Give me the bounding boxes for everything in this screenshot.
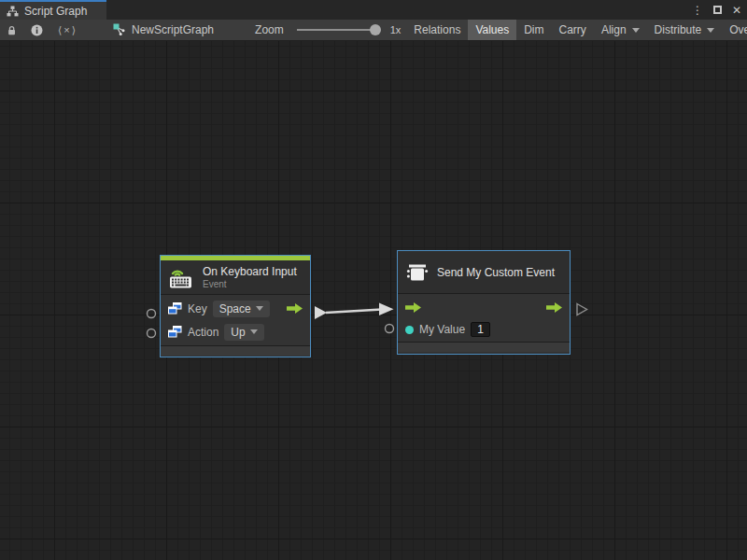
dropdown-caret-icon bbox=[250, 329, 258, 334]
object-reference-icon bbox=[168, 302, 182, 315]
port-label: Action bbox=[188, 326, 218, 339]
port-label: Key bbox=[188, 302, 207, 315]
port-action-input[interactable] bbox=[148, 329, 156, 338]
my-value-input-field[interactable]: 1 bbox=[471, 322, 490, 337]
port-label: My Value bbox=[419, 323, 465, 336]
toolbar-button-dim[interactable]: Dim bbox=[516, 20, 551, 40]
control-connection[interactable] bbox=[315, 303, 394, 320]
toolbar-button-distribute[interactable]: Distribute bbox=[647, 20, 723, 40]
zoom-value: 1x bbox=[390, 20, 405, 40]
object-reference-icon bbox=[168, 326, 182, 338]
port-my-value-input[interactable] bbox=[386, 325, 394, 333]
tab-script-graph[interactable]: Script Graph bbox=[0, 0, 106, 20]
teal-value-port-icon[interactable] bbox=[405, 326, 414, 334]
script-graph-asset-icon bbox=[113, 23, 126, 36]
lock-button[interactable] bbox=[0, 20, 23, 40]
zoom-label: Zoom bbox=[247, 20, 286, 40]
custom-event-icon bbox=[406, 262, 429, 283]
toolbar-button-values[interactable]: Values bbox=[468, 20, 516, 40]
graph-hierarchy-icon bbox=[7, 6, 19, 17]
toolbar-button-carry[interactable]: Carry bbox=[552, 20, 594, 40]
port-trigger-output-connected[interactable] bbox=[315, 306, 327, 319]
control-input-arrow-icon[interactable] bbox=[405, 302, 421, 313]
tab-bar: Script Graph ⋮ ✕ bbox=[0, 0, 747, 20]
dropdown-caret-icon bbox=[632, 28, 640, 33]
lock-icon bbox=[7, 24, 16, 36]
maximize-icon bbox=[713, 6, 722, 14]
control-output-arrow-icon[interactable] bbox=[287, 303, 303, 314]
node-title: On Keyboard Input bbox=[203, 265, 297, 278]
node-on-keyboard-input[interactable]: On Keyboard Input Event Key Space bbox=[160, 255, 311, 357]
connection-wire[interactable] bbox=[326, 310, 382, 314]
node-subtitle: Event bbox=[203, 279, 297, 289]
port-row-action: Action Up bbox=[161, 320, 310, 343]
toolbar-button-overview[interactable]: Overview bbox=[722, 20, 747, 40]
port-exit-output[interactable] bbox=[577, 304, 587, 315]
control-output-arrow-icon[interactable] bbox=[546, 302, 562, 313]
node-footer bbox=[161, 345, 310, 356]
dropdown-caret-icon bbox=[707, 28, 714, 33]
keyboard-icon bbox=[169, 267, 194, 288]
info-button[interactable] bbox=[23, 20, 50, 40]
control-flow-row bbox=[398, 296, 570, 318]
action-dropdown[interactable]: Up bbox=[224, 324, 263, 341]
window-maximize-button[interactable] bbox=[711, 4, 724, 17]
graph-asset-name: NewScriptGraph bbox=[132, 23, 214, 36]
node-title: Send My Custom Event bbox=[437, 266, 555, 279]
window-close-button[interactable]: ✕ bbox=[730, 4, 743, 17]
code-toggle-icon: ⟨×⟩ bbox=[58, 24, 78, 36]
node-send-my-custom-event[interactable]: Send My Custom Event My Value 1 bbox=[397, 250, 571, 355]
graph-canvas[interactable]: On Keyboard Input Event Key Space bbox=[0, 41, 747, 560]
port-row-my-value: My Value 1 bbox=[398, 318, 570, 341]
zoom-slider-track[interactable] bbox=[297, 29, 379, 31]
port-row-key: Key Space bbox=[161, 297, 310, 320]
graph-toolbar: ⟨×⟩ NewScriptGraph Zoom 1x Relations Val… bbox=[0, 20, 747, 41]
port-key-input[interactable] bbox=[148, 310, 156, 318]
tab-title: Script Graph bbox=[24, 5, 87, 18]
zoom-slider-knob[interactable] bbox=[370, 24, 381, 35]
graph-asset-button[interactable]: NewScriptGraph bbox=[106, 20, 221, 40]
dropdown-caret-icon bbox=[256, 306, 263, 311]
toolbar-button-relations[interactable]: Relations bbox=[406, 20, 468, 40]
zoom-slider[interactable] bbox=[286, 20, 390, 40]
node-footer bbox=[398, 342, 570, 352]
code-preview-toggle[interactable]: ⟨×⟩ bbox=[50, 20, 85, 40]
window-menu-button[interactable]: ⋮ bbox=[691, 4, 704, 17]
key-dropdown[interactable]: Space bbox=[213, 301, 270, 317]
connection-arrowhead-icon bbox=[379, 303, 394, 316]
toolbar-button-align[interactable]: Align bbox=[594, 20, 647, 40]
wire-layer bbox=[0, 41, 747, 560]
info-icon bbox=[31, 24, 43, 36]
